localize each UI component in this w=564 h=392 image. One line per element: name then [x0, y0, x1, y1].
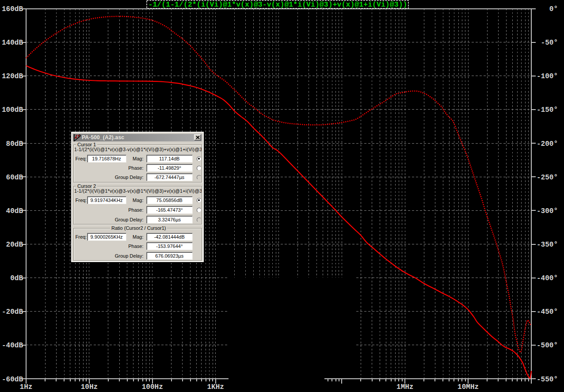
svg-text:10Hz: 10Hz: [81, 383, 98, 391]
svg-text:60dB: 60dB: [6, 174, 23, 182]
svg-text:-50°: -50°: [541, 39, 558, 47]
svg-text:-450°: -450°: [537, 308, 558, 316]
svg-text:1KHz: 1KHz: [207, 383, 224, 391]
svg-text:120dB: 120dB: [2, 72, 23, 80]
svg-text:-350°: -350°: [537, 241, 558, 249]
svg-text:80dB: 80dB: [6, 140, 23, 148]
svg-text:0°: 0°: [549, 5, 558, 13]
svg-text:10MHz: 10MHz: [457, 383, 479, 391]
svg-text:-250°: -250°: [537, 174, 558, 182]
svg-text:-200°: -200°: [537, 140, 558, 148]
svg-text:-100°: -100°: [537, 72, 558, 80]
svg-text:0dB: 0dB: [10, 274, 23, 282]
svg-text:-500°: -500°: [537, 342, 558, 350]
svg-text:-550°: -550°: [537, 376, 558, 384]
svg-text:140dB: 140dB: [2, 39, 23, 47]
svg-text:40dB: 40dB: [6, 207, 23, 215]
svg-text:-1/(1-1/(2*(i(Vi)@1*v(x)@3-v(x: -1/(1-1/(2*(i(Vi)@1*v(x)@3-v(x)@1*i(Vi)@…: [149, 0, 408, 9]
svg-text:-20dB: -20dB: [2, 308, 23, 316]
svg-text:100Hz: 100Hz: [142, 383, 163, 391]
svg-text:-40dB: -40dB: [2, 342, 23, 350]
svg-text:100dB: 100dB: [2, 106, 23, 114]
svg-text:-150°: -150°: [537, 106, 558, 114]
svg-text:160dB: 160dB: [2, 5, 23, 13]
svg-text:-60dB: -60dB: [2, 376, 23, 384]
svg-text:20dB: 20dB: [6, 241, 23, 249]
svg-text:-300°: -300°: [537, 207, 558, 215]
svg-text:1MHz: 1MHz: [396, 383, 413, 391]
svg-text:1Hz: 1Hz: [20, 383, 33, 391]
svg-text:-400°: -400°: [537, 274, 558, 282]
